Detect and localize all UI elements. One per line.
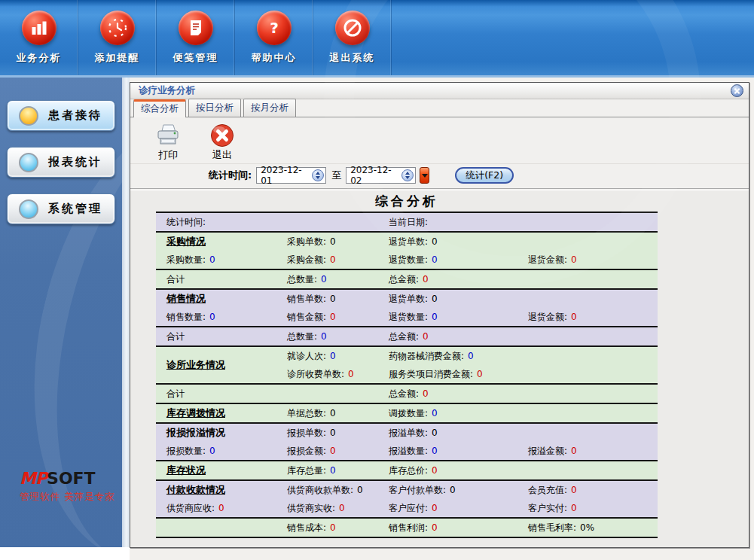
- report-cell: 退货数量:0: [389, 254, 528, 266]
- sidebar-item-label: 患者接待: [48, 108, 102, 123]
- report-cell: 合计: [166, 388, 287, 400]
- toolbar-button-exit-system[interactable]: 退出系统: [313, 0, 392, 75]
- report-row-group: 合计总金额:0: [156, 385, 658, 404]
- calendar-dropdown-button[interactable]: [420, 167, 429, 184]
- clock-icon: [100, 11, 135, 45]
- workspace: 诊疗业务分析 综合分析按日分析按月分析 打印退出 统计时间: 2023-12-0…: [130, 78, 754, 560]
- stat-button[interactable]: 统计(F2): [455, 167, 514, 184]
- report-cell: 库存调拨情况: [166, 406, 287, 420]
- report-row-group: 统计时间:当前日期:: [156, 213, 658, 233]
- field-value: 0: [330, 351, 336, 361]
- date-from-input[interactable]: 2023-12-01: [256, 167, 326, 184]
- field-label: 报损数量:: [166, 445, 206, 458]
- field-value: 0: [432, 294, 438, 304]
- action-exit-button[interactable]: 退出: [206, 122, 239, 162]
- field-label: 合计: [166, 330, 185, 343]
- field-value: 0: [209, 446, 215, 456]
- tab-monthly[interactable]: 按月分析: [243, 99, 296, 117]
- field-label: 采购情况: [166, 235, 206, 248]
- field-label: 采购金额:: [287, 254, 326, 266]
- logo-tagline: 管理软件 美萍是专家: [20, 491, 114, 504]
- toolbar-button-add-reminder[interactable]: 添加提醒: [78, 0, 157, 75]
- field-label: 诊所收费单数:: [287, 368, 344, 381]
- field-value: 0: [330, 428, 336, 438]
- field-value: 0: [330, 446, 336, 456]
- field-label: 销售利润:: [389, 522, 428, 534]
- date-to-input[interactable]: 2023-12-02: [346, 167, 416, 184]
- field-label: 采购数量:: [166, 254, 206, 266]
- report-cell: 合计: [166, 330, 287, 343]
- field-label: 单据总数:: [287, 407, 326, 420]
- report-cell: 会员充值:0: [528, 484, 658, 497]
- field-value: 0: [330, 312, 336, 322]
- spin-up-arrow[interactable]: [316, 172, 320, 175]
- field-label: 合计: [166, 273, 185, 286]
- field-label: 退货单数:: [389, 293, 428, 306]
- action-print-button[interactable]: 打印: [151, 122, 185, 162]
- field-value: 0: [432, 428, 438, 438]
- sidebar-divider: [122, 78, 130, 547]
- field-value: 0: [321, 274, 327, 285]
- report-row-group: 库存调拨情况单据总数:0调拨数量:0: [156, 404, 658, 424]
- field-label: 供货商应收:: [166, 502, 215, 515]
- field-label: 统计时间:: [166, 216, 206, 229]
- report-cell: 诊所业务情况: [166, 358, 287, 372]
- field-value: 0: [209, 312, 215, 322]
- report-row-group: 销售情况销售单数:0退货单数:0销售数量:0销售金额:0退货数量:0退货金额:0: [156, 290, 658, 327]
- toolbar-button-note-management[interactable]: 便笺管理: [157, 0, 235, 75]
- field-label: 退货金额:: [528, 254, 567, 266]
- date-from-value: 2023-12-01: [261, 165, 312, 186]
- report-cell: 退货数量:0: [389, 311, 528, 324]
- sidebar-item-system-management[interactable]: 系统管理: [7, 193, 115, 224]
- sidebar: 患者接待报表统计系统管理 MPSOFT 管理软件 美萍是专家: [0, 78, 122, 547]
- report-cell: 库存状况: [166, 464, 287, 477]
- brand-logo: MPSOFT 管理软件 美萍是专家: [20, 469, 114, 504]
- field-label: 报损单数:: [287, 427, 326, 440]
- report-cell: 供货商应收:0: [166, 502, 287, 515]
- report-cell: 退货单数:0: [389, 236, 528, 248]
- report-cell: 总数量:0: [287, 273, 389, 286]
- field-label: 销售单数:: [287, 293, 326, 306]
- field-label: 药物器械消费金额:: [389, 350, 464, 363]
- toolbar-button-business-analysis[interactable]: 业务分析: [0, 0, 78, 75]
- date-to-spinner-icon[interactable]: [401, 169, 414, 181]
- field-label: 退货数量:: [389, 254, 428, 266]
- report-cell: 总金额:0: [389, 330, 528, 343]
- bar-chart-icon: [22, 11, 56, 45]
- main-area: 患者接待报表统计系统管理 MPSOFT 管理软件 美萍是专家 诊疗业务分析 综合…: [0, 78, 754, 560]
- field-label: 客户付款单数:: [389, 484, 446, 497]
- report-cell: 当前日期:: [389, 216, 528, 229]
- sidebar-item-patient-reception[interactable]: 患者接待: [7, 100, 115, 131]
- tab-daily[interactable]: 按日分析: [188, 99, 241, 117]
- spin-down-arrow[interactable]: [405, 176, 410, 179]
- sidebar-item-report-statistics[interactable]: 报表统计: [7, 147, 115, 178]
- actions-toolbar: 打印退出: [130, 117, 749, 164]
- close-icon[interactable]: [731, 84, 743, 97]
- field-value: 0: [477, 369, 483, 379]
- report-row-group: 合计总数量:0总金额:0: [156, 270, 658, 290]
- spin-down-arrow[interactable]: [316, 176, 320, 179]
- field-label: 总金额:: [389, 330, 419, 343]
- tab-overall[interactable]: 综合分析: [133, 99, 186, 117]
- field-value: 0: [468, 351, 474, 361]
- field-value: 0: [423, 274, 429, 285]
- field-value: 0: [571, 446, 577, 456]
- report-cell: 报溢金额:0: [528, 445, 658, 458]
- field-value: 0: [450, 485, 456, 495]
- field-label: 退货数量:: [389, 311, 428, 324]
- orb-icon: [19, 106, 38, 126]
- field-value: 0: [432, 446, 438, 456]
- report-cell: 采购单数:0: [287, 236, 389, 248]
- field-value: 0: [330, 522, 336, 533]
- field-label: 合计: [166, 388, 185, 400]
- field-label: 报溢单数:: [389, 427, 428, 440]
- spin-up-arrow[interactable]: [405, 172, 410, 175]
- filter-row: 统计时间: 2023-12-01 至 2023-12-02 统计(F2): [130, 164, 749, 187]
- report-cell: 总金额:0: [389, 388, 528, 400]
- report-cell: 总数量:0: [287, 330, 389, 343]
- field-label: 库存总量:: [287, 464, 326, 477]
- field-label: 库存调拨情况: [166, 406, 225, 420]
- toolbar-button-help-center[interactable]: ?帮助中心: [235, 0, 313, 75]
- field-value: 0: [330, 294, 336, 304]
- date-from-spinner-icon[interactable]: [312, 169, 324, 181]
